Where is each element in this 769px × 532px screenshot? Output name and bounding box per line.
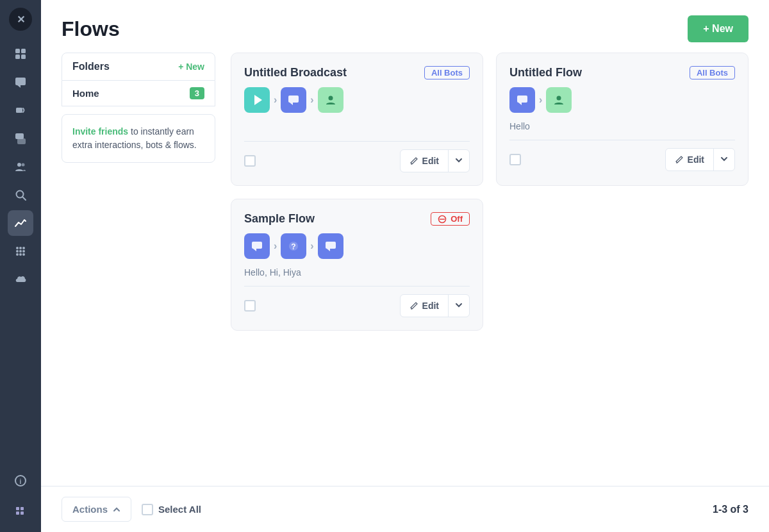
- card-flow-icons: › ›: [244, 87, 470, 113]
- flow-arrow-1: ›: [274, 240, 277, 252]
- off-badge: Off: [431, 212, 470, 226]
- card-divider: [244, 141, 470, 142]
- edit-dropdown-chevron[interactable]: [713, 149, 734, 170]
- sidebar-logo[interactable]: ✕: [9, 8, 32, 31]
- flow-icon-message: [509, 87, 535, 113]
- svg-point-19: [16, 253, 19, 256]
- edit-button-group: Edit: [665, 148, 735, 171]
- close-icon: ✕: [17, 13, 25, 26]
- cards-grid: Untitled Broadcast All Bots › ›: [231, 53, 748, 341]
- card-select-checkbox[interactable]: [244, 300, 256, 312]
- search-icon: [14, 188, 27, 201]
- bottom-left: Actions Select All: [62, 497, 201, 522]
- new-flow-button[interactable]: + New: [688, 15, 748, 42]
- page-title: Flows: [62, 17, 120, 41]
- card-divider: [509, 140, 735, 140]
- chat-icon: [14, 76, 27, 88]
- edit-button[interactable]: Edit: [401, 295, 448, 316]
- card-description-2: Hello: [509, 121, 735, 132]
- sidebar-item-cloud[interactable]: [8, 267, 33, 292]
- edit-button[interactable]: Edit: [401, 151, 448, 171]
- svg-point-13: [16, 247, 19, 249]
- folder-item-home[interactable]: Home 3: [62, 81, 215, 106]
- flow-icon-message-2: [318, 233, 343, 259]
- select-all-area[interactable]: Select All: [142, 504, 201, 515]
- edit-button-group: Edit: [400, 294, 470, 317]
- card-footer: Edit: [509, 148, 735, 171]
- card-header: Sample Flow Off: [244, 212, 470, 226]
- apps-icon: [14, 245, 27, 258]
- flow-arrow-2: ›: [310, 240, 313, 252]
- card-header: Untitled Flow All Bots: [509, 66, 735, 79]
- svg-rect-43: [326, 242, 336, 249]
- svg-rect-8: [17, 138, 26, 144]
- flow-icon-user: [546, 87, 572, 113]
- bottom-bar: Actions Select All 1-3 of 3: [41, 486, 769, 532]
- svg-point-35: [557, 96, 561, 101]
- svg-rect-27: [21, 511, 24, 515]
- main-content: Flows + New Folders + New Home 3 Invite …: [41, 0, 769, 532]
- flow-icon-message-1: [244, 233, 270, 259]
- svg-point-21: [22, 253, 25, 256]
- invite-link[interactable]: Invite friends: [72, 126, 128, 137]
- card-divider: [244, 286, 470, 287]
- svg-rect-39: [252, 242, 262, 249]
- left-panel: Folders + New Home 3 Invite friends to i…: [62, 53, 215, 486]
- pencil-icon: [675, 155, 684, 164]
- svg-point-10: [22, 163, 25, 167]
- edit-dropdown-chevron[interactable]: [448, 295, 469, 317]
- svg-marker-34: [518, 103, 522, 105]
- folder-badge: 3: [190, 87, 204, 99]
- card-description-1: [244, 121, 470, 133]
- card-header: Untitled Broadcast All Bots: [244, 66, 470, 79]
- sidebar-item-users[interactable]: [8, 154, 33, 179]
- actions-button[interactable]: Actions: [62, 497, 131, 522]
- sidebar-item-grid[interactable]: [8, 41, 33, 67]
- svg-rect-1: [21, 49, 26, 53]
- grid-icon: [14, 47, 27, 60]
- card-select-checkbox[interactable]: [509, 154, 521, 165]
- svg-rect-2: [15, 54, 20, 59]
- sidebar: ✕: [0, 0, 41, 532]
- svg-line-12: [22, 197, 26, 200]
- svg-text:?: ?: [292, 242, 296, 251]
- select-all-checkbox[interactable]: [142, 504, 153, 515]
- all-bots-badge: All Bots: [690, 66, 735, 79]
- svg-point-31: [328, 96, 333, 101]
- sidebar-item-analytics[interactable]: [8, 210, 33, 236]
- svg-point-14: [19, 247, 22, 249]
- pencil-icon: [409, 301, 418, 310]
- pencil-icon: [409, 156, 418, 165]
- cloud-icon: [14, 273, 27, 286]
- chevron-up-icon: [113, 506, 120, 513]
- users-icon: [14, 160, 27, 173]
- card-select-checkbox[interactable]: [244, 155, 256, 167]
- sidebar-item-search[interactable]: [8, 182, 33, 208]
- svg-marker-5: [17, 85, 21, 88]
- select-all-label: Select All: [158, 504, 201, 515]
- sidebar-item-comments[interactable]: [8, 126, 33, 151]
- svg-point-17: [19, 250, 22, 253]
- flow-card-untitled-broadcast: Untitled Broadcast All Bots › ›: [231, 53, 483, 186]
- svg-marker-44: [327, 249, 330, 251]
- sidebar-item-broadcast[interactable]: [8, 97, 33, 123]
- sidebar-item-info[interactable]: i: [8, 468, 33, 494]
- invite-box: Invite friends to instantly earn extra i…: [62, 114, 215, 163]
- sidebar-item-chat[interactable]: [8, 69, 33, 95]
- svg-rect-29: [288, 96, 299, 103]
- folders-header: Folders + New: [62, 53, 215, 81]
- svg-rect-6: [16, 108, 22, 113]
- svg-rect-7: [15, 133, 24, 139]
- edit-dropdown-chevron[interactable]: [448, 150, 469, 172]
- sidebar-item-apps[interactable]: [8, 238, 33, 264]
- svg-rect-26: [16, 511, 19, 515]
- svg-marker-30: [290, 103, 293, 105]
- svg-rect-25: [21, 507, 24, 510]
- svg-marker-40: [253, 249, 256, 251]
- chevron-down-icon: [455, 156, 463, 164]
- folders-new-link[interactable]: + New: [178, 62, 204, 72]
- sidebar-item-grid-small[interactable]: [8, 499, 33, 524]
- svg-text:i: i: [20, 478, 22, 485]
- edit-button[interactable]: Edit: [666, 149, 713, 170]
- svg-point-15: [22, 247, 25, 249]
